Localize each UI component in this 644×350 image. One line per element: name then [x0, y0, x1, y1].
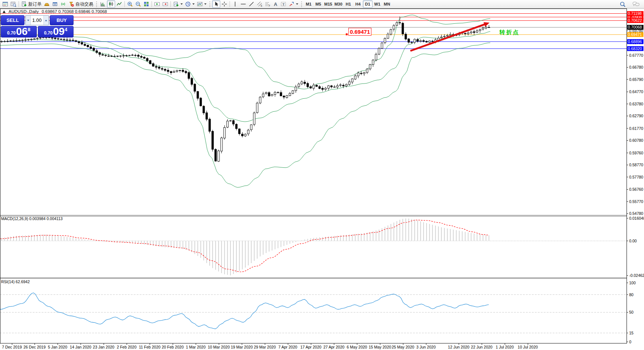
cursor-icon	[213, 1, 219, 7]
macd-panel: MACD(12,26,9) 0.003984 0.004113	[0, 216, 627, 275]
shapes-icon	[289, 1, 295, 7]
svg-text:0.63780: 0.63780	[629, 102, 643, 106]
cursor-button[interactable]	[212, 0, 220, 8]
svg-text:0.69471: 0.69471	[628, 32, 642, 37]
chart-title: AUDUSD-,Daily 0.69867 0.70368 0.69846 0.…	[3, 9, 107, 14]
chart-shift-button[interactable]	[161, 0, 169, 8]
channel-button[interactable]: E	[256, 0, 264, 8]
chevron-down-icon	[204, 3, 206, 5]
candlestick-button[interactable]	[107, 0, 115, 8]
volume-increase-button[interactable]	[43, 16, 49, 25]
svg-text:0.00: 0.00	[629, 239, 637, 243]
price-level-flag[interactable]: 0.69471	[348, 28, 371, 36]
timeframe-button-m30[interactable]: M30	[333, 0, 343, 8]
line-drag-handle-icon[interactable]	[346, 33, 348, 35]
new-order-button[interactable]: 新订单	[20, 0, 43, 8]
svg-text:0.58770: 0.58770	[629, 163, 643, 167]
crosshair-button[interactable]	[220, 0, 228, 8]
svg-text:25 May 2020: 25 May 2020	[392, 345, 414, 349]
timeframe-button-h1[interactable]: H1	[344, 0, 353, 8]
buy-price[interactable]: 0.70 09 4	[38, 26, 74, 37]
svg-text:0.68896: 0.68896	[628, 39, 642, 44]
indicators-button[interactable]	[172, 0, 184, 8]
horizontal-line-button[interactable]	[239, 0, 247, 8]
signals-icon	[60, 1, 66, 7]
auto-scroll-button[interactable]	[153, 0, 161, 8]
volume-control	[25, 15, 49, 25]
timeframe-button-d1[interactable]: D1	[363, 0, 373, 8]
timeframe-button-h4[interactable]: H4	[353, 0, 363, 8]
bar-chart-button[interactable]	[99, 0, 107, 8]
timeframe-button-mn[interactable]: MN	[382, 0, 392, 8]
templates-button[interactable]	[196, 0, 208, 8]
buy-button[interactable]: BUY	[50, 15, 74, 25]
tile-windows-button[interactable]	[142, 0, 150, 8]
zoom-out-button[interactable]	[134, 0, 142, 8]
zoom-in-button[interactable]	[126, 0, 134, 8]
svg-text:0.68320: 0.68320	[628, 46, 642, 51]
toolbar-separator	[152, 1, 152, 7]
vertical-line-button[interactable]	[231, 0, 239, 8]
svg-text:0.65790: 0.65790	[629, 77, 643, 82]
shapes-button[interactable]	[287, 0, 299, 8]
toolbar-grip	[209, 1, 210, 7]
autotrading-button[interactable]: 自动交易	[67, 0, 94, 8]
fibonacci-icon: F	[265, 1, 271, 7]
chat-icon	[632, 1, 640, 7]
navigator-button[interactable]	[51, 0, 59, 8]
chat-button[interactable]	[631, 0, 641, 8]
new-order-label: 新订单	[28, 1, 42, 7]
timeframe-button-m15[interactable]: M15	[323, 0, 333, 8]
signals-button[interactable]	[59, 0, 67, 8]
autotrading-label: 自动交易	[75, 1, 93, 7]
svg-text:29 Mar 2020: 29 Mar 2020	[254, 345, 276, 349]
new-order-icon	[21, 1, 27, 7]
svg-text:11 Feb 2020: 11 Feb 2020	[139, 345, 160, 349]
svg-text:100: 100	[629, 281, 636, 285]
navigator-icon	[52, 1, 58, 7]
market-watch-button[interactable]	[1, 0, 9, 8]
svg-text:12 Jun 2020: 12 Jun 2020	[448, 345, 469, 349]
data-window-button[interactable]	[9, 0, 17, 8]
timeframe-button-w1[interactable]: W1	[373, 0, 382, 8]
line-chart-button[interactable]	[115, 0, 123, 8]
fibonacci-button[interactable]: F	[264, 0, 272, 8]
svg-text:10 Mar 2020: 10 Mar 2020	[208, 345, 230, 349]
timeframe-button-m1[interactable]: M1	[304, 0, 313, 8]
svg-text:27 Apr 2020: 27 Apr 2020	[323, 345, 345, 349]
svg-text:1 Jul 2020: 1 Jul 2020	[496, 345, 514, 349]
chart-annotation[interactable]: 转折点	[500, 29, 520, 36]
volume-decrease-button[interactable]	[26, 16, 31, 25]
sell-price-sup: 8	[27, 27, 30, 32]
svg-text:-0.024625: -0.024625	[629, 273, 644, 278]
data-window-icon	[10, 1, 16, 7]
periods-button[interactable]	[184, 0, 196, 8]
gold-bar-button[interactable]	[43, 0, 51, 8]
chart-title-ohlc: 0.69867 0.70368 0.69846 0.70068	[42, 9, 107, 14]
sell-price[interactable]: 0.70 06 8	[1, 26, 37, 37]
timeframe-button-m5[interactable]: M5	[313, 0, 323, 8]
horizontal-levels	[0, 13, 627, 48]
label-button[interactable]: T	[279, 0, 287, 8]
line-chart-icon	[116, 1, 122, 7]
svg-text:0.59760: 0.59760	[629, 151, 643, 155]
price-level-flag-label: 0.69471	[350, 29, 370, 35]
collapse-panel-icon[interactable]	[3, 10, 6, 13]
svg-text:1 Mar 2020: 1 Mar 2020	[186, 345, 205, 349]
svg-text:20 Feb 2020: 20 Feb 2020	[162, 345, 184, 349]
chevron-down-icon	[192, 3, 195, 5]
chevron-down-icon	[296, 3, 298, 5]
chart-canvas[interactable]: MACD(12,26,9) 0.003984 0.004113RSI(14) 6…	[0, 9, 644, 350]
toolbar-separator	[124, 1, 125, 7]
sell-button[interactable]: SELL	[1, 15, 25, 25]
text-button[interactable]: A	[272, 0, 279, 8]
caret-down-icon	[27, 20, 29, 21]
search-button[interactable]	[618, 0, 627, 8]
chart-title-symbol: AUDUSD-,Daily	[9, 9, 39, 14]
svg-text:15: 15	[629, 331, 634, 335]
svg-text:22 Jun 2020: 22 Jun 2020	[471, 345, 492, 349]
trendline-button[interactable]	[247, 0, 256, 8]
volume-input[interactable]	[31, 16, 43, 25]
toolbar-separator	[19, 1, 19, 7]
toolbar-separator	[170, 1, 171, 7]
